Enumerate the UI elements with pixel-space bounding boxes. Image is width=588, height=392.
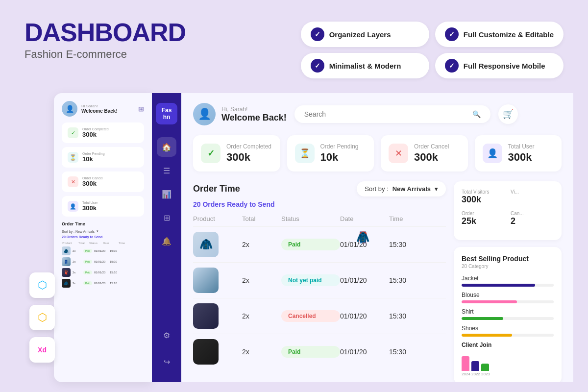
brand-title: DASHBOARD Fashion E-commerce [24, 20, 186, 61]
mini-stat-icon-3: ✕ [68, 176, 78, 187]
header-section: DASHBOARD Fashion E-commerce ✓ Organized… [0, 0, 588, 93]
mini-col-time: Time [119, 242, 128, 245]
mini-col-date: Date [103, 242, 117, 245]
mini-sort-chevron: ▾ [97, 229, 98, 233]
mini-sort-text: Sort by : New Arrivals [62, 230, 95, 233]
mini-stat-icon-1: ✓ [68, 127, 78, 138]
check-icon-3: ✓ [311, 59, 324, 73]
mini-product-img-2 [62, 257, 71, 266]
order-table-section: Order Time Sort by : New Arrivals ▾ 20 O… [193, 181, 446, 382]
badge-organized: ✓ Organized Layers [301, 22, 429, 47]
badge-responsive: ✓ Full Responsive Mobile [435, 53, 564, 78]
mini-row3-time: 15:30 [110, 271, 117, 274]
mini-stat-info-2: Order Pending 10k [82, 152, 105, 163]
order-table: Product Total Status Date Time 2x Paid 0… [193, 215, 446, 369]
mini-row3-status: Paid [83, 270, 92, 274]
mini-stat-card-3: ✕ Order Cancel 300k [62, 172, 144, 192]
badge-label-4: Full Responsive Mobile [464, 62, 545, 70]
mini-row2-status: Paid [83, 260, 92, 264]
mini-col-status: Status [89, 242, 101, 245]
mini-row1-time: 15:30 [110, 249, 117, 252]
mini-col-product: Product [62, 242, 76, 245]
mini-stat-label-4: Total User [82, 201, 98, 204]
mini-order-title: Order Time [62, 221, 144, 226]
mini-row2-total: 2x [73, 260, 81, 263]
mini-stat-label-2: Order Pending [82, 152, 105, 155]
mini-row1-total: 2x [73, 249, 81, 252]
mini-stat-card-2: ⏳ Order Pending 10k [62, 147, 144, 168]
check-icon-1: ✓ [311, 27, 324, 41]
mini-stat-info-1: Order Completed 300k [82, 127, 109, 138]
mini-welcome: Hi Sarah! Welcome Back! [81, 104, 138, 114]
mini-orders-label: 20 Orders Ready to Send [62, 235, 144, 239]
table-row-4: 2x Paid 01/01/20 15:30 [193, 334, 446, 369]
check-icon-2: ✓ [445, 27, 459, 41]
mini-row1-status: Paid [83, 249, 92, 253]
badges-grid: ✓ Organized Layers ✓ Full Customize & Ed… [301, 22, 564, 78]
mini-stat-value-4: 300k [82, 204, 98, 212]
mini-row2-time: 15:30 [110, 260, 117, 263]
mini-product-img-3 [62, 268, 71, 277]
mini-stat-info-3: Order Cancel 300k [82, 176, 103, 187]
dashboard-preview: ⬡ ⬡ Xd 👤 Hi Sarah! Welcome Back! ⊞ ✓ Ord… [15, 93, 573, 382]
badge-minimalist: ✓ Minimalist & Modern [301, 53, 429, 78]
xd-icon: Xd [29, 337, 55, 363]
mini-product-img-1 [62, 246, 71, 255]
mini-row4-status: Paid [83, 281, 92, 285]
mini-hi: Hi Sarah! [81, 104, 138, 108]
badge-label-3: Minimalist & Modern [329, 62, 401, 70]
mini-row3-total: 2x [73, 271, 81, 274]
mini-stat-label-1: Order Completed [82, 127, 109, 131]
mini-row4-total: 2x [73, 282, 81, 285]
order-section: Order Time Sort by : New Arrivals ▾ 20 O… [193, 181, 562, 382]
mini-stat-icon-4: 👤 [68, 201, 78, 212]
mini-stat-label-3: Order Cancel [82, 176, 103, 180]
mini-sort-bar: Sort by : New Arrivals ▾ [62, 229, 144, 233]
badge-label-2: Full Customize & Editable [464, 30, 554, 39]
badge-label-1: Organized Layers [329, 30, 391, 39]
tool-icons: ⬡ ⬡ Xd [29, 272, 55, 363]
mini-row3-date: 01/01/20 [94, 271, 108, 274]
check-icon-4: ✓ [445, 59, 459, 73]
mini-stat-icon-2: ⏳ [68, 152, 78, 163]
mini-row2-date: 01/01/20 [94, 260, 108, 263]
mini-product-img-4 [62, 279, 71, 288]
mini-col-total: Total [78, 242, 87, 245]
mini-table-row-2: 2x Paid 01/01/20 15:30 [62, 257, 144, 266]
dashboard-subtitle: Fashion E-commerce [24, 48, 186, 61]
mini-order-section: Order Time Sort by : New Arrivals ▾ 20 O… [62, 221, 144, 288]
mini-table-row-4: 2x Paid 01/01/20 15:30 [62, 279, 144, 288]
mini-stat-value-3: 300k [82, 180, 103, 187]
mini-dashboard: 👤 Hi Sarah! Welcome Back! ⊞ ✓ Order Comp… [54, 93, 152, 382]
mini-row4-time: 15:30 [110, 282, 117, 285]
sketch-icon: ⬡ [29, 305, 55, 330]
mini-grid-icon: ⊞ [138, 105, 144, 113]
mini-stat-card-1: ✓ Order Completed 300k [62, 122, 144, 143]
mini-stat-card-4: 👤 Total User 300k [62, 196, 144, 217]
mini-row4-date: 01/01/20 [94, 282, 108, 285]
badge-customize: ✓ Full Customize & Editable [435, 22, 564, 47]
product-thumb-4 [193, 339, 219, 365]
mini-table-header: Product Total Status Date Time [62, 242, 144, 245]
main-dashboard: Fashn 🏠 ☰ 📊 ⊞ 🔔 ⚙ ↪ Hi, Sarah! Welcome B… [152, 93, 573, 382]
mini-stat-value-1: 300k [82, 131, 109, 138]
mini-stat-value-2: 10k [82, 155, 105, 163]
mini-stat-info-4: Total User 300k [82, 201, 98, 212]
mini-avatar: 👤 [62, 101, 77, 117]
mini-row1-date: 01/01/20 [94, 249, 108, 252]
mini-header: 👤 Hi Sarah! Welcome Back! ⊞ [62, 101, 144, 117]
mini-welcome-text: Welcome Back! [81, 108, 138, 114]
figma-icon: ⬡ [29, 272, 55, 298]
mini-table-row-3: 2x Paid 01/01/20 15:30 [62, 268, 144, 277]
dashboard-title: DASHBOARD [24, 20, 186, 45]
main-content: Hi, Sarah! Welcome Back! 🔍 🛒 ✓ Orde [181, 93, 573, 382]
mini-table-row-1: 2x Paid 01/01/20 15:30 [62, 246, 144, 255]
